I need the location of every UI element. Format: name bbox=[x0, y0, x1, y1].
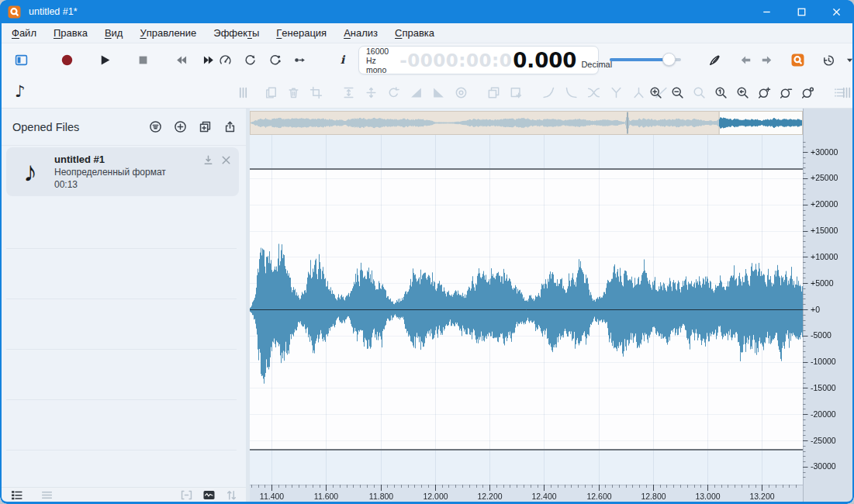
maximize-button[interactable] bbox=[784, 0, 819, 23]
sort-icon bbox=[225, 488, 238, 502]
play-cursor-icon bbox=[293, 54, 306, 67]
play-icon bbox=[99, 54, 112, 67]
zoom-fit-button[interactable] bbox=[689, 81, 710, 104]
zoom-one-to-one-button[interactable] bbox=[711, 81, 731, 104]
rewind-button[interactable] bbox=[171, 48, 192, 71]
rotate-button[interactable] bbox=[383, 81, 404, 104]
fit-vertical-button[interactable] bbox=[338, 81, 359, 104]
filter-files-button[interactable] bbox=[146, 116, 164, 139]
dock-file-button[interactable] bbox=[201, 154, 215, 166]
vertical-zoom-in-button[interactable] bbox=[754, 81, 775, 104]
menu-4-управление[interactable]: Управление bbox=[131, 23, 205, 43]
paste-special-button[interactable] bbox=[506, 81, 527, 104]
window-title: untitled #1* bbox=[29, 6, 78, 17]
menu-5-эффекты[interactable]: Эффекты bbox=[205, 23, 268, 43]
close-file-button[interactable] bbox=[219, 154, 233, 166]
application-window: untitled #1* ФайлПравкаВидУправлениеЭффе… bbox=[0, 0, 854, 504]
undo-button[interactable] bbox=[735, 48, 756, 71]
duplicate-icon bbox=[199, 120, 212, 133]
opened-files-title: Opened Files bbox=[12, 121, 79, 133]
normalize-button[interactable] bbox=[451, 81, 472, 104]
crossfade-button[interactable] bbox=[583, 81, 604, 104]
trim-button[interactable] bbox=[306, 81, 327, 104]
volume-slider[interactable] bbox=[610, 54, 681, 66]
export-file-button[interactable] bbox=[220, 116, 239, 139]
edit-toolbar: ♪ bbox=[0, 76, 854, 109]
time-ruler[interactable] bbox=[250, 485, 803, 502]
edit-tool-button[interactable] bbox=[704, 48, 725, 71]
curve-up-button[interactable] bbox=[538, 81, 559, 104]
menu-7-анализ[interactable]: Анализ bbox=[335, 23, 386, 43]
history-dropdown-caret[interactable] bbox=[839, 48, 854, 71]
list-compact-icon bbox=[40, 488, 54, 502]
menu-8-справка[interactable]: Справка bbox=[386, 23, 443, 43]
trash-icon bbox=[287, 86, 300, 99]
ocenaudio-logo-button[interactable] bbox=[787, 48, 808, 71]
menu-2-правка[interactable]: Правка bbox=[45, 23, 96, 43]
vertical-zoom-out-button[interactable] bbox=[776, 81, 797, 104]
close-button[interactable] bbox=[819, 0, 854, 23]
title-bar[interactable]: untitled #1* bbox=[0, 0, 854, 23]
waveform-overview[interactable] bbox=[250, 111, 803, 135]
play-speed-button[interactable] bbox=[215, 48, 236, 71]
play-button[interactable] bbox=[95, 48, 116, 71]
menu-1-файл[interactable]: Файл bbox=[3, 23, 45, 43]
time-unit-label: Decimal bbox=[581, 60, 612, 69]
duplicate-file-button[interactable] bbox=[195, 116, 214, 139]
menu-bar: ФайлПравкаВидУправлениеЭффектыГенерацияА… bbox=[0, 23, 854, 43]
split-y-button[interactable] bbox=[606, 81, 627, 104]
stop-button[interactable] bbox=[133, 48, 154, 71]
zoom-out-button[interactable] bbox=[667, 81, 688, 104]
sort-files-button[interactable] bbox=[223, 488, 240, 502]
curve-down-icon bbox=[565, 86, 578, 99]
loop-selection-button[interactable] bbox=[264, 48, 285, 71]
svg-text:i: i bbox=[341, 54, 346, 66]
time-display[interactable]: 16000 Hz mono -0000:00:0 0.000 Decimal bbox=[358, 46, 599, 74]
loop-playback-button[interactable] bbox=[240, 48, 261, 71]
redo-button[interactable] bbox=[756, 48, 777, 71]
toolbar-drag-handle[interactable] bbox=[233, 81, 254, 104]
record-icon bbox=[61, 54, 74, 67]
copy-special-button[interactable] bbox=[483, 81, 504, 104]
zoom-out-icon bbox=[671, 86, 684, 99]
file-info-button[interactable]: i bbox=[332, 48, 353, 71]
zoombar-drag-handle[interactable] bbox=[836, 81, 854, 104]
record-button[interactable] bbox=[57, 48, 78, 71]
slider-handle[interactable] bbox=[662, 53, 676, 66]
show-preview-button[interactable] bbox=[200, 488, 217, 502]
win-close-icon bbox=[830, 5, 843, 19]
file-list-item[interactable]: ♪ untitled #1 Неопределенный формат 00:1… bbox=[6, 147, 239, 196]
detailed-view-button[interactable] bbox=[8, 488, 25, 502]
curve-down-button[interactable] bbox=[561, 81, 582, 104]
file-list-row-separator bbox=[6, 349, 237, 350]
arrow-left-icon bbox=[739, 54, 752, 67]
add-file-button[interactable] bbox=[171, 116, 189, 139]
zoom-in-button[interactable] bbox=[645, 81, 666, 104]
history-button[interactable] bbox=[818, 48, 839, 71]
zoom-prev-icon bbox=[736, 86, 749, 99]
rotate-icon bbox=[387, 86, 400, 99]
group-selection-button[interactable] bbox=[178, 488, 195, 502]
minimize-button[interactable] bbox=[749, 0, 784, 23]
compact-view-button[interactable] bbox=[38, 488, 55, 502]
dock-icon bbox=[202, 154, 215, 167]
vertical-zoom-reset-button[interactable] bbox=[797, 81, 818, 104]
zoom-previous-button[interactable] bbox=[732, 81, 753, 104]
disc-icon bbox=[455, 86, 468, 99]
waveform-view[interactable] bbox=[250, 135, 803, 485]
play-from-cursor-button[interactable] bbox=[289, 48, 310, 71]
copy-stack-icon bbox=[487, 86, 500, 99]
vsplit-icon bbox=[365, 86, 378, 99]
delete-button[interactable] bbox=[283, 81, 304, 104]
menu-3-вид[interactable]: Вид bbox=[96, 23, 132, 43]
paste-button[interactable] bbox=[261, 81, 282, 104]
app-logo-icon bbox=[8, 5, 21, 19]
fade-out-button[interactable] bbox=[428, 81, 449, 104]
handle-icon bbox=[840, 86, 853, 99]
loop-dot-icon bbox=[268, 54, 282, 67]
amplitude-axis[interactable] bbox=[803, 109, 854, 502]
menu-6-генерация[interactable]: Генерация bbox=[268, 23, 335, 43]
toggle-sidebar-button[interactable] bbox=[11, 48, 32, 71]
fade-in-button[interactable] bbox=[406, 81, 427, 104]
split-button[interactable] bbox=[361, 81, 382, 104]
